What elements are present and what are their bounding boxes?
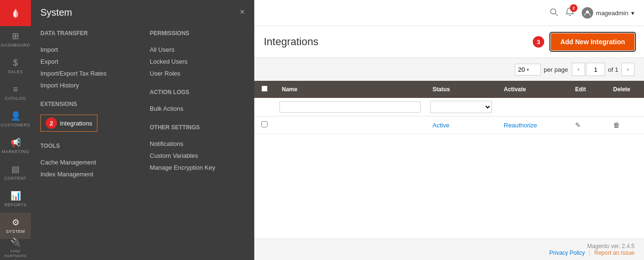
filter-status-select[interactable]: Active Inactive	[430, 101, 492, 113]
menu-item-all-users[interactable]: All Users	[150, 44, 245, 56]
status-badge: Active	[433, 122, 449, 129]
next-page-button[interactable]: ›	[621, 63, 634, 76]
menu-item-index-management[interactable]: Index Management	[40, 168, 135, 180]
menu-section-data-transfer: Data Transfer Import Export Import/Expor…	[40, 30, 135, 91]
row-checkbox-cell	[254, 116, 275, 134]
sidebar-item-system-label: SYSTEM	[6, 229, 25, 234]
menu-section-extensions: Extensions 2Integrations	[40, 101, 135, 133]
page-title: Integrations	[264, 36, 318, 48]
privacy-policy-link[interactable]: Privacy Policy	[549, 250, 585, 256]
menu-item-import-history[interactable]: Import History	[40, 79, 135, 91]
sidebar-item-customers[interactable]: 👤 CUSTOMERS	[0, 106, 31, 133]
sidebar-item-customers-label: CUSTOMERS	[1, 123, 30, 128]
menu-item-import-export-tax[interactable]: Import/Export Tax Rates	[40, 67, 135, 79]
footer-separator: |	[589, 250, 590, 256]
col-header-edit[interactable]: Edit	[568, 81, 606, 98]
menu-section-tools-title: Tools	[40, 143, 135, 152]
main-content: 2 mageadmin ▾ Integrations 3 Add New Int…	[254, 0, 644, 260]
system-menu-title: System	[40, 7, 245, 23]
table-row: Active Reauthorize ✎ 🗑	[254, 116, 644, 134]
menu-right-column: Permissions All Users Locked Users User …	[150, 30, 245, 190]
delete-icon[interactable]: 🗑	[613, 121, 620, 129]
table-filter-row: Active Inactive	[254, 98, 644, 116]
menu-section-tools: Tools Cache Management Index Management	[40, 143, 135, 180]
reauthorize-link[interactable]: Reauthorize	[504, 122, 537, 129]
sidebar-logo[interactable]	[0, 0, 31, 26]
pagination: ‹ of 1 ›	[572, 63, 634, 76]
menu-item-notifications[interactable]: Notifications	[150, 138, 245, 150]
filter-name-input[interactable]	[279, 101, 421, 113]
sidebar-item-sales[interactable]: $ SALES	[0, 53, 31, 79]
col-header-delete[interactable]: Delete	[606, 81, 644, 98]
user-menu[interactable]: mageadmin ▾	[582, 7, 634, 19]
sidebar-item-dashboard-label: DASHBOARD	[1, 43, 30, 48]
menu-grid: Data Transfer Import Export Import/Expor…	[40, 30, 245, 190]
menu-item-cache-management[interactable]: Cache Management	[40, 156, 135, 168]
menu-section-other-settings-title: Other Settings	[150, 124, 245, 133]
top-header: 2 mageadmin ▾	[254, 0, 644, 26]
footer-links: Privacy Policy | Report an Issue	[264, 250, 634, 256]
menu-item-user-roles[interactable]: User Roles	[150, 67, 245, 79]
col-header-name[interactable]: Name	[275, 81, 425, 98]
menu-item-manage-encryption[interactable]: Manage Encryption Key	[150, 162, 245, 173]
menu-section-action-logs-title: Action Logs	[150, 89, 245, 98]
extensions-icon: 🔌	[10, 237, 21, 248]
menu-item-import[interactable]: Import	[40, 44, 135, 56]
col-header-activate[interactable]: Activate	[497, 81, 568, 98]
sidebar-item-reports[interactable]: 📊 REPORTS	[0, 186, 31, 212]
notifications-icon[interactable]: 2	[565, 7, 575, 19]
per-page-select-box[interactable]: 20 ▾	[515, 64, 541, 76]
sidebar-item-catalog[interactable]: ≡ CATALOG	[0, 79, 31, 106]
content-icon: ▤	[11, 164, 19, 174]
sidebar-item-reports-label: REPORTS	[4, 202, 27, 208]
sidebar: ⊞ DASHBOARD $ SALES ≡ CATALOG 👤 CUSTOMER…	[0, 0, 31, 260]
per-page-label: per page	[544, 66, 568, 73]
filter-cell-checkbox	[254, 98, 275, 116]
sidebar-item-marketing-label: MARKETING	[2, 149, 29, 154]
menu-left-column: Data Transfer Import Export Import/Expor…	[40, 30, 135, 190]
sidebar-item-dashboard[interactable]: ⊞ DASHBOARD	[0, 26, 31, 53]
menu-item-export[interactable]: Export	[40, 56, 135, 67]
search-icon[interactable]	[549, 8, 558, 19]
add-new-integration-button[interactable]: Add New Integration	[551, 33, 634, 50]
per-page-value: 20	[518, 66, 525, 73]
sidebar-item-sales-label: SALES	[8, 69, 23, 75]
per-page-arrow: ▾	[527, 67, 529, 72]
row-delete-cell: 🗑	[606, 116, 644, 134]
table-toolbar: 20 ▾ per page ‹ of 1 ›	[254, 58, 644, 81]
current-page-input[interactable]	[586, 63, 605, 76]
per-page-selector: 20 ▾ per page	[515, 64, 568, 76]
menu-close-button[interactable]: ×	[240, 7, 245, 17]
select-all-checkbox[interactable]	[261, 86, 268, 92]
col-header-status[interactable]: Status	[425, 81, 497, 98]
report-issue-link[interactable]: Report an Issue	[594, 250, 634, 256]
menu-item-custom-variables[interactable]: Custom Variables	[150, 150, 245, 162]
sidebar-item-extensions[interactable]: 🔌 FIND PARTNERS& EXTENSIONS	[0, 239, 31, 260]
dashboard-icon: ⊞	[12, 31, 19, 41]
prev-page-button[interactable]: ‹	[572, 63, 585, 76]
svg-line-4	[555, 13, 557, 16]
sidebar-item-content-label: CONTENT	[4, 176, 27, 181]
marketing-icon: 📢	[10, 137, 21, 148]
step2-badge: 2	[46, 117, 57, 129]
notification-count: 2	[570, 4, 577, 12]
row-edit-cell: ✎	[568, 116, 606, 134]
sidebar-item-marketing[interactable]: 📢 MARKETING	[0, 133, 31, 159]
integrations-table: Name Status Activate Edit Delete	[254, 81, 644, 134]
row-checkbox[interactable]	[261, 121, 268, 127]
sidebar-item-system[interactable]: ⚙ SYSTEM	[0, 212, 31, 239]
menu-item-locked-users[interactable]: Locked Users	[150, 56, 245, 67]
system-menu: System × Data Transfer Import Export Imp…	[31, 0, 254, 260]
edit-icon[interactable]: ✎	[575, 121, 581, 129]
catalog-icon: ≡	[13, 85, 18, 95]
integrations-table-container: Name Status Activate Edit Delete	[254, 81, 644, 239]
filter-cell-status: Active Inactive	[425, 98, 497, 116]
menu-item-integrations[interactable]: 2Integrations	[40, 115, 97, 132]
customers-icon: 👤	[10, 111, 21, 121]
menu-item-bulk-actions[interactable]: Bulk Actions	[150, 103, 245, 115]
sidebar-item-content[interactable]: ▤ CONTENT	[0, 159, 31, 186]
page-header-actions: 3 Add New Integration	[533, 33, 634, 50]
menu-section-extensions-title: Extensions	[40, 101, 135, 110]
reports-icon: 📊	[10, 191, 21, 201]
system-icon: ⚙	[12, 217, 19, 228]
